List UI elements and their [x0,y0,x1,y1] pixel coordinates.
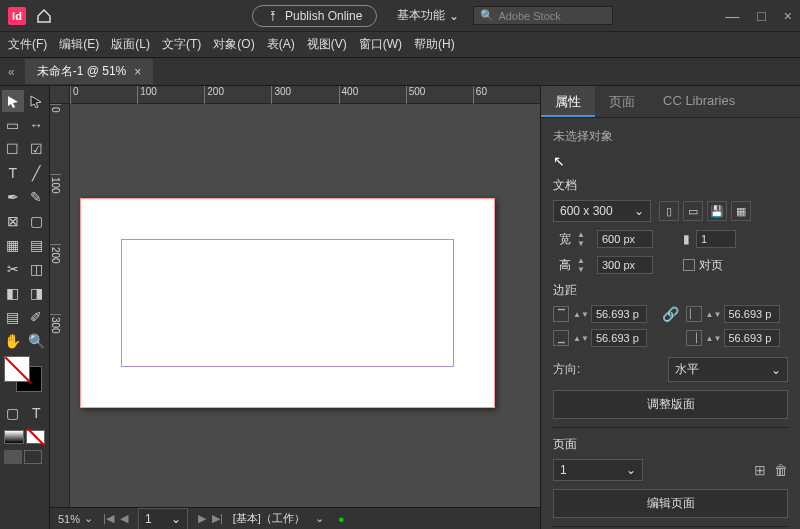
direct-selection-tool[interactable] [26,90,48,112]
hand-tool[interactable]: ✋ [2,330,24,352]
apply-none-icon[interactable] [26,430,46,444]
grid-tool-icon[interactable]: ▤ [26,234,48,256]
height-input[interactable]: 300 px [597,256,653,274]
scissors-tool[interactable]: ✂ [2,258,24,280]
chevron-down-icon: ⌄ [634,204,644,218]
content-collector-tool[interactable]: ☐ [2,138,24,160]
margin-bottom-stepper[interactable]: ▲▼ [573,334,587,343]
chevron-down-icon: ⌄ [449,9,459,23]
free-transform-tool[interactable]: ◫ [26,258,48,280]
orientation-portrait-icon[interactable]: ▯ [659,201,679,221]
bleed-input[interactable]: 1 [696,230,736,248]
selection-tool[interactable] [2,90,24,112]
new-page-icon[interactable]: ⊞ [754,462,766,478]
page-select-dropdown[interactable]: 1 ⌄ [553,459,643,481]
orientation-dropdown[interactable]: 水平 ⌄ [668,357,788,382]
orientation-value: 水平 [675,361,699,378]
width-input[interactable]: 600 px [597,230,653,248]
margin-top-input[interactable]: 56.693 p [591,305,647,323]
menu-table[interactable]: 表(A) [267,36,295,53]
tab-pages[interactable]: 页面 [595,86,649,117]
adjust-layout-button[interactable]: 调整版面 [553,390,788,419]
ruler-tick: 0 [70,86,137,104]
page-nav-dropdown[interactable]: 1 ⌄ [138,508,188,530]
note-tool[interactable]: ▤ [2,306,24,328]
line-tool[interactable]: ╱ [26,162,48,184]
preview-view-icon[interactable] [24,450,42,464]
menu-window[interactable]: 窗口(W) [359,36,402,53]
tab-properties[interactable]: 属性 [541,86,595,117]
zoom-tool[interactable]: 🔍 [26,330,48,352]
menu-file[interactable]: 文件(F) [8,36,47,53]
vertical-ruler[interactable]: 0 100 200 300 [50,104,70,529]
pencil-tool[interactable]: ✎ [26,186,48,208]
gap-tool[interactable]: ↔ [26,114,48,136]
tab-cc-libraries[interactable]: CC Libraries [649,86,749,117]
formatting-container-icon[interactable]: ▢ [2,402,24,424]
ruler-tick: 200 [204,86,271,104]
preset-more-icon[interactable]: ▦ [731,201,751,221]
ruler-tick: 500 [406,86,473,104]
margin-top-stepper[interactable]: ▲▼ [573,310,587,319]
rectangle-frame-tool[interactable]: ⊠ [2,210,24,232]
type-tool[interactable]: T [2,162,24,184]
close-tab-icon[interactable]: × [134,65,141,79]
canvas-area[interactable]: 0 100 200 300 400 500 60 0 100 200 300 [50,86,540,529]
delete-page-icon[interactable]: 🗑 [774,462,788,478]
menu-help[interactable]: 帮助(H) [414,36,455,53]
home-icon[interactable] [36,8,52,24]
eyedropper-tool[interactable]: ✐ [26,306,48,328]
formatting-text-icon[interactable]: T [26,402,48,424]
page-tool[interactable]: ▭ [2,114,24,136]
menu-edit[interactable]: 编辑(E) [59,36,99,53]
workspace-dropdown[interactable]: 基本功能 ⌄ [397,7,459,24]
zoom-dropdown[interactable]: 51% ⌄ [58,512,93,525]
minimize-icon[interactable]: — [725,8,739,24]
margin-left-input[interactable]: 56.693 p [724,305,780,323]
next-page-icon[interactable]: ▶ [198,512,206,525]
chevron-down-icon: ⌄ [84,512,93,525]
no-selection-label: 未选择对象 [553,128,788,145]
last-page-icon[interactable]: ▶| [212,512,223,525]
first-page-icon[interactable]: |◀ [103,512,114,525]
margin-left-stepper[interactable]: ▲▼ [706,310,720,319]
content-placer-tool[interactable]: ☑ [26,138,48,160]
ruler-origin[interactable] [50,86,70,104]
document-page[interactable] [80,198,495,408]
document-tab[interactable]: 未命名-1 @ 51% × [25,59,154,84]
facing-pages-checkbox[interactable]: 对页 [683,257,723,274]
pen-tool[interactable]: ✒ [2,186,24,208]
publish-online-button[interactable]: ⭱ Publish Online [252,5,377,27]
height-stepper[interactable]: ▲▼ [577,256,591,274]
bleed-icon: ▮ [683,232,690,246]
menu-type[interactable]: 文字(T) [162,36,201,53]
rectangle-tool[interactable]: ▢ [26,210,48,232]
close-icon[interactable]: × [784,8,792,24]
chevron-down-icon: ⌄ [171,512,181,526]
preflight-menu-icon[interactable]: ⌄ [315,512,324,525]
width-stepper[interactable]: ▲▼ [577,230,591,248]
horizontal-ruler[interactable]: 0 100 200 300 400 500 60 [70,86,540,104]
preset-save-icon[interactable]: 💾 [707,201,727,221]
table-tool-icon[interactable]: ▦ [2,234,24,256]
apply-gradient-icon[interactable] [4,430,24,444]
margin-bottom-input[interactable]: 56.693 p [591,329,647,347]
maximize-icon[interactable]: □ [757,8,765,24]
gradient-swatch-tool[interactable]: ◧ [2,282,24,304]
menu-object[interactable]: 对象(O) [213,36,254,53]
expand-panels-icon[interactable]: « [8,65,15,79]
stock-search-input[interactable]: 🔍 Adobe Stock [473,6,613,25]
orientation-landscape-icon[interactable]: ▭ [683,201,703,221]
menu-layout[interactable]: 版面(L) [111,36,150,53]
margin-right-stepper[interactable]: ▲▼ [706,334,720,343]
link-margins-icon[interactable]: 🔗 [662,305,680,323]
fill-swatch[interactable] [4,356,30,382]
preflight-status[interactable]: [基本]（工作） [233,511,305,526]
normal-view-icon[interactable] [4,450,22,464]
preset-dropdown[interactable]: 600 x 300 ⌄ [553,200,651,222]
gradient-feather-tool[interactable]: ◨ [26,282,48,304]
edit-page-button[interactable]: 编辑页面 [553,489,788,518]
prev-page-icon[interactable]: ◀ [120,512,128,525]
margin-right-input[interactable]: 56.693 p [724,329,780,347]
menu-view[interactable]: 视图(V) [307,36,347,53]
